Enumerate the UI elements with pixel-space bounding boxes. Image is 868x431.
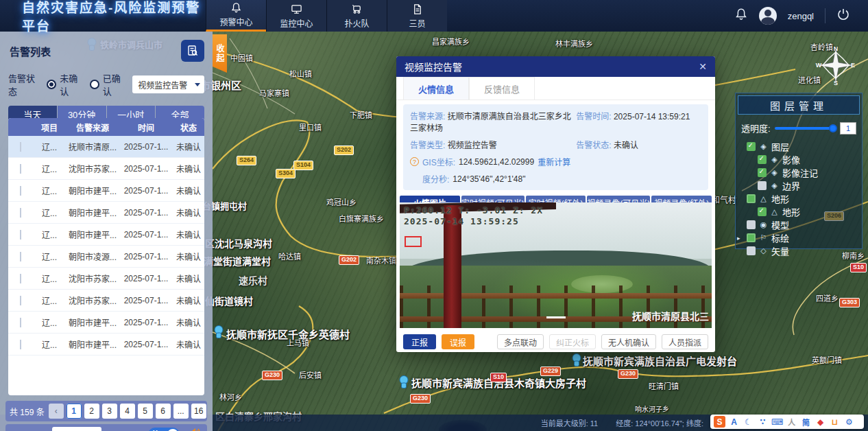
nav-three-members[interactable]: 三员: [387, 0, 447, 32]
table-row[interactable]: 辽... 朝阳市建平... 2025-07-1... 未确认: [8, 334, 204, 356]
map-label: 松山镇: [289, 68, 312, 79]
nav-warning-center[interactable]: 预警中心: [206, 0, 266, 32]
user-icon[interactable]: 人: [786, 416, 797, 428]
page-button-2[interactable]: 2: [84, 404, 99, 419]
video-alarm-modal: 视频监控告警 ✕ 火情信息 反馈信息 告警来源: 抚顺市清原满族自治县北三家乡北…: [396, 56, 715, 352]
checkbox-indeterminate[interactable]: [747, 194, 756, 203]
radio-unconfirmed-label[interactable]: 未确认: [60, 71, 86, 97]
table-row[interactable]: 辽... 朝阳市建平... 2025-07-1... 未确认: [8, 312, 204, 334]
sogou-logo-icon[interactable]: S: [714, 416, 725, 428]
row-checkbox[interactable]: [20, 186, 21, 196]
user-avatar[interactable]: [759, 7, 777, 25]
layer-node-tuceng[interactable]: ◈ 图层: [736, 140, 862, 153]
expand-arrow-icon[interactable]: ▸: [737, 235, 740, 242]
tab-feedback-info[interactable]: 反馈信息: [469, 77, 535, 100]
opacity-slider[interactable]: [775, 127, 836, 130]
correct-fire-mark-button[interactable]: 纠正火标: [549, 334, 596, 349]
skin-icon[interactable]: ⊔: [829, 416, 841, 428]
layer-node-dixing[interactable]: △ 地形: [736, 192, 862, 205]
map-label: 下肥镇: [350, 109, 372, 120]
table-header: 项目 告警来源 时间 状态: [8, 118, 204, 136]
tab-fire-info[interactable]: 火情信息: [403, 77, 469, 100]
row-checkbox[interactable]: [20, 340, 21, 349]
checkbox-checked[interactable]: [747, 142, 756, 151]
opacity-value[interactable]: 1: [840, 122, 856, 135]
page-button-3[interactable]: 3: [102, 404, 117, 419]
slider-knob[interactable]: [829, 124, 837, 132]
table-row[interactable]: 辽... 沈阳市苏家... 2025-07-1... 未确认: [8, 268, 204, 290]
row-checkbox[interactable]: [20, 164, 21, 174]
letter-a-icon[interactable]: A: [728, 416, 740, 428]
alarm-type-select[interactable]: 视频监控告警: [132, 75, 204, 93]
recalculate-link[interactable]: 重新计算: [538, 156, 570, 167]
row-checkbox[interactable]: [20, 208, 21, 218]
camera-pin[interactable]: [213, 325, 224, 339]
sidebar-collapse-tab[interactable]: 收起: [213, 34, 227, 73]
logout-power-button[interactable]: [836, 8, 850, 24]
nav-monitor-center[interactable]: 监控中心: [266, 0, 326, 32]
alarm-search-button[interactable]: [181, 40, 204, 62]
radio-confirmed-label[interactable]: 已确认: [103, 71, 129, 97]
prev-page-button[interactable]: ‹: [49, 404, 64, 419]
fire-camera-image[interactable]: P:260.12 T: -3.01 Z: 2X2025-07-14 13:59:…: [400, 202, 712, 328]
layer-node-yingxiang-zhuji[interactable]: ◈ 影像注记: [736, 166, 862, 179]
radio-confirmed[interactable]: [90, 80, 99, 89]
moon-icon[interactable]: ☾: [743, 416, 754, 428]
checkbox-checked[interactable]: [758, 168, 767, 177]
row-checkbox[interactable]: [20, 274, 21, 283]
multi-point-linkage-button[interactable]: 多点联动: [497, 334, 544, 349]
time-value: 2025-07-14 13:59:21: [614, 112, 690, 121]
receive-alarm-toggle[interactable]: Yes: [148, 428, 180, 431]
layer-node-bianjie[interactable]: ◈ 边界: [736, 179, 862, 192]
simplified-chinese-icon[interactable]: 简: [800, 416, 812, 428]
checkbox-unchecked[interactable]: [758, 181, 767, 190]
table-row[interactable]: 辽... 沈阳市苏家... 2025-07-1... 未确认: [8, 290, 204, 312]
page-button-16[interactable]: 16: [191, 404, 206, 419]
map-label: 响水河子乡: [635, 404, 669, 414]
page-ellipsis[interactable]: ...: [173, 404, 189, 419]
page-button-6[interactable]: 6: [156, 404, 171, 419]
notification-bell-button[interactable]: [734, 8, 748, 24]
checkbox-unchecked[interactable]: [747, 246, 756, 255]
table-row[interactable]: 辽... 朝阳市建平... 2025-07-1... 未确认: [8, 180, 204, 202]
speaker-button[interactable]: [188, 427, 202, 431]
checkbox-checked[interactable]: [758, 207, 767, 216]
layer-node-biaohui[interactable]: ▸ ⚐ 标绘: [736, 231, 862, 244]
help-icon[interactable]: ?: [410, 157, 419, 166]
page-button-5[interactable]: 5: [138, 404, 153, 419]
layer-node-moxing[interactable]: ◉ 模型: [736, 218, 862, 231]
row-checkbox[interactable]: [20, 296, 21, 305]
layer-node-dixing-child[interactable]: △ 地形: [736, 205, 862, 218]
table-row[interactable]: 辽... 朝阳市建平... 2025-07-1... 未确认: [8, 224, 204, 246]
radio-unconfirmed[interactable]: [47, 80, 56, 89]
checkbox-indeterminate[interactable]: [747, 233, 756, 242]
dict-icon[interactable]: ◆: [815, 416, 826, 428]
false-report-button[interactable]: 误报: [442, 334, 474, 349]
checkbox-checked[interactable]: [758, 155, 767, 164]
drone-confirm-button[interactable]: 无人机确认: [601, 334, 656, 349]
page-button-1[interactable]: 1: [67, 404, 82, 419]
row-checkbox[interactable]: [20, 252, 21, 261]
checkbox-unchecked[interactable]: [747, 220, 756, 229]
keyboard-icon[interactable]: ⌨: [771, 416, 783, 428]
punctuation-icon[interactable]: ∵: [757, 416, 769, 428]
table-row[interactable]: 辽... 朝阳市建平... 2025-07-1... 未确认: [8, 202, 204, 224]
table-row[interactable]: 辽... 沈阳市苏家... 2025-07-1... 未确认: [8, 158, 204, 180]
row-checkbox[interactable]: [20, 142, 21, 152]
layer-node-shiliang[interactable]: ◇ 矢量: [736, 244, 862, 257]
page-button-4[interactable]: 4: [120, 404, 135, 419]
close-icon[interactable]: ✕: [699, 61, 707, 72]
true-report-button[interactable]: 正报: [403, 334, 436, 349]
table-row[interactable]: 辽... 抚顺市清原... 2025-07-1... 未确认: [8, 136, 204, 158]
nav-fire-brigade[interactable]: 扑火队: [326, 0, 387, 32]
camera-pin[interactable]: [398, 375, 409, 389]
settings-gear-icon[interactable]: ⚙: [843, 416, 855, 428]
compass-control[interactable]: N E S W: [815, 44, 857, 89]
row-checkbox[interactable]: [20, 230, 21, 240]
batch-mark-select[interactable]: 请选择: [52, 427, 101, 431]
layer-node-yingxiang[interactable]: ◈ 影像: [736, 153, 862, 166]
assign-personnel-button[interactable]: 人员指派: [662, 334, 708, 349]
row-checkbox[interactable]: [20, 318, 21, 327]
table-row[interactable]: 辽... 朝阳市凌源... 2025-07-1... 未确认: [8, 246, 204, 268]
camera-pin[interactable]: [571, 353, 582, 367]
